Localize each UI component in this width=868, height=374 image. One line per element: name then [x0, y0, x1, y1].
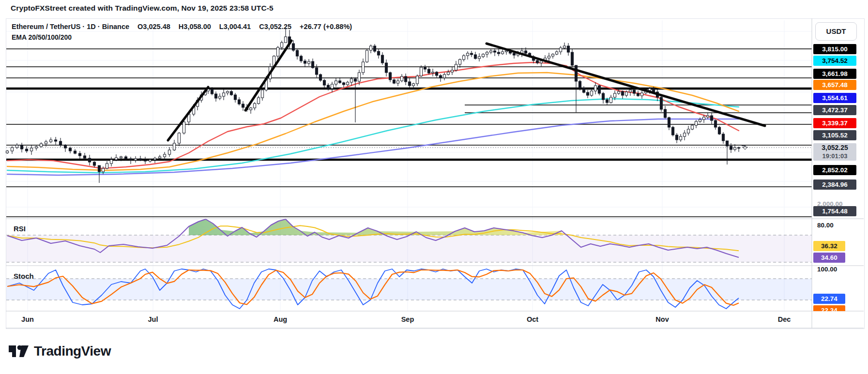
price-scale-label: 1,754.48: [813, 206, 856, 216]
price-scale-label: 36.32: [813, 241, 845, 251]
price-scale-label: 3,554.61: [813, 93, 856, 103]
time-scale-label-oct: Oct: [518, 315, 547, 323]
price-scale-label: 34.60: [813, 253, 845, 263]
price-scale-label: 3,105.52: [813, 130, 856, 140]
time-scale-label-nov: Nov: [648, 315, 677, 323]
ohlc-high: H3,058.00: [179, 23, 211, 30]
time-scale-label-jul: Jul: [138, 315, 168, 323]
symbol-title: Ethereum / TetherUS · 1D · Binance: [12, 23, 129, 30]
tradingview-logo-text: TradingView: [34, 344, 111, 359]
ohlc-low: L3,004.41: [219, 23, 251, 30]
price-chart-canvas[interactable]: [0, 0, 868, 374]
stoch-pane-label[interactable]: Stoch: [14, 272, 34, 280]
price-scale-label: 2,852.02: [813, 165, 856, 175]
ema200-line: [7, 119, 739, 175]
bar-countdown: 19:01:03: [813, 152, 856, 160]
price-scale-label: 3,339.37: [813, 118, 856, 128]
price-scale-label: 2,384.96: [813, 180, 856, 190]
ohlc-close: C3,052.25: [259, 23, 291, 30]
scale-tick-label: 80.00: [817, 222, 834, 229]
symbol-legend[interactable]: Ethereum / TetherUS · 1D · Binance O3,02…: [12, 23, 358, 30]
price-scale-label: 3,815.00: [813, 44, 856, 54]
price-scale-label: 3,754.52: [813, 56, 856, 66]
rsi-pane-label[interactable]: RSI: [14, 224, 26, 233]
page: CryptoFXStreet created with TradingView.…: [0, 0, 868, 374]
ohlc-change: +26.77 (+0.88%): [300, 23, 352, 30]
time-scale-label-sep: Sep: [393, 315, 422, 323]
time-scale-label-dec: Dec: [770, 315, 799, 323]
price-scale-label: 3,472.37: [813, 105, 856, 115]
currency-toggle-button[interactable]: USDT: [815, 22, 857, 41]
ema100-line: [7, 99, 739, 173]
support-resistance-lines: [6, 49, 812, 217]
time-scale-label-aug: Aug: [266, 315, 295, 323]
scale-tick-label: 100.00: [817, 266, 837, 273]
time-scale-label-jun: Jun: [13, 315, 42, 323]
current-price-value: 3,052.25: [813, 143, 856, 152]
ema-legend[interactable]: EMA 20/50/100/200: [12, 33, 72, 41]
ema50-line: [7, 73, 739, 170]
rsi-overbought-fill: [189, 219, 562, 235]
current-price-label: 3,052.25 19:01:03: [813, 143, 856, 161]
price-scale-label: 3,661.98: [813, 69, 856, 79]
price-scale-label: 3,657.48: [813, 80, 856, 90]
ohlc-open: O3,025.48: [137, 23, 170, 30]
price-scale-label: 22.74: [813, 294, 845, 304]
tradingview-logo[interactable]: TradingView: [9, 343, 111, 360]
tradingview-logo-icon: [9, 343, 29, 360]
